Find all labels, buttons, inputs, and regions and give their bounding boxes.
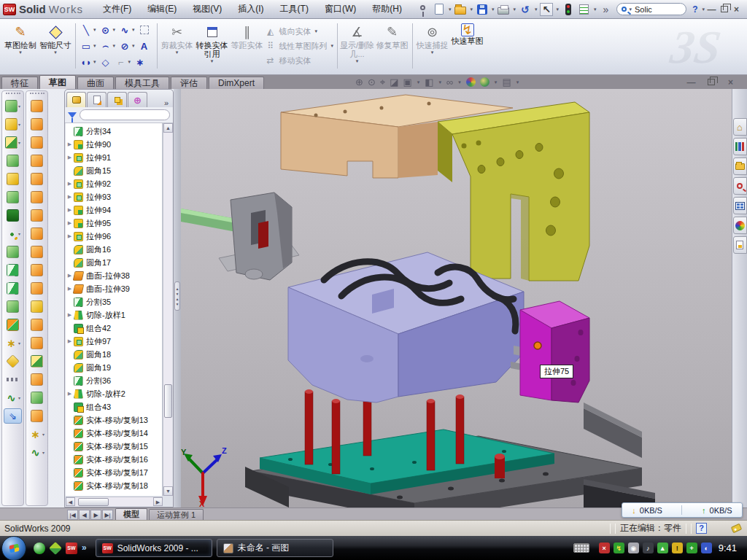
feature-tool-3[interactable] (2, 152, 23, 170)
scroll-right-button[interactable]: ▶ (153, 497, 163, 506)
options-button[interactable] (577, 2, 592, 17)
chevron-down-icon[interactable]: ▾ (18, 140, 20, 145)
expander-icon[interactable]: ▶ (66, 391, 74, 397)
feature-tool-10[interactable] (2, 279, 23, 298)
chevron-down-icon[interactable]: ▾ (132, 43, 135, 49)
point-button[interactable]: ∗ (133, 55, 147, 69)
spline-button[interactable]: ∿▾ (118, 23, 136, 36)
open-button[interactable] (453, 2, 468, 17)
scroll-up-button[interactable]: ▲ (163, 123, 173, 133)
doc-close-button[interactable]: × (724, 77, 737, 88)
chevron-down-icon[interactable]: ▾ (535, 7, 538, 12)
ime-keyboard-icon[interactable] (573, 543, 589, 553)
menu-item-5[interactable]: 窗口(W) (317, 1, 364, 18)
design-library-tab[interactable] (733, 138, 747, 155)
assembly-3d-model[interactable]: Y Z X (181, 89, 732, 508)
surface-tool-14[interactable] (26, 352, 47, 370)
filter-input[interactable] (80, 109, 170, 120)
expander-icon[interactable]: ▶ (66, 338, 74, 344)
chevron-down-icon[interactable]: ▾ (132, 27, 135, 33)
menu-item-4[interactable]: 工具(T) (272, 1, 317, 18)
security-alert-icon[interactable]: × (599, 542, 610, 553)
feature-tool-0[interactable]: ▾ (2, 97, 23, 115)
surface-tool-16[interactable] (26, 389, 47, 407)
panel-splitter[interactable]: ▲▼▲▼ (174, 89, 181, 508)
feature-tool-14[interactable] (2, 352, 23, 370)
start-button[interactable] (1, 536, 26, 560)
chevron-down-icon[interactable]: ▾ (516, 79, 519, 85)
chevron-down-icon[interactable]: ▾ (93, 43, 96, 49)
surface-tool-1[interactable] (26, 115, 47, 133)
undo-button[interactable]: ↺ (518, 2, 533, 17)
surface-tool-9[interactable] (26, 261, 47, 279)
toolbar-grip[interactable] (30, 93, 44, 96)
tree-item[interactable]: ▶拉伸90 (66, 138, 162, 151)
tree-horizontal-scrollbar[interactable]: ◀ ▶ (66, 497, 163, 506)
feature-tool-8[interactable] (2, 243, 23, 261)
surface-tool-11[interactable] (26, 298, 47, 316)
zoom-fit-icon[interactable]: ⊕ (355, 77, 363, 88)
home-tab[interactable]: ⌂ (733, 118, 747, 136)
appearances-tab[interactable] (733, 217, 747, 234)
tree-item[interactable]: 分割35 (66, 295, 162, 308)
close-button[interactable]: × (730, 4, 743, 15)
ellipse-button[interactable]: ⊘▾ (118, 39, 136, 52)
surface-tool-5[interactable] (26, 188, 47, 206)
chevron-down-icon[interactable]: ▾ (513, 7, 516, 12)
feature-tool-11[interactable] (2, 298, 23, 316)
feature-manager-tab[interactable] (66, 92, 86, 107)
chevron-down-icon[interactable]: ▾ (492, 7, 495, 12)
surface-tool-0[interactable] (26, 97, 47, 115)
tree-item[interactable]: 实体-移动/复制14 (66, 427, 162, 440)
sketch-fillet-button[interactable]: ⌐▾ (115, 55, 132, 69)
tree-item[interactable]: ▶拉伸95 (66, 217, 162, 230)
tree-item[interactable]: 组合43 (66, 400, 162, 413)
feature-tool-9[interactable] (2, 261, 23, 279)
feature-tool-12[interactable] (2, 316, 23, 334)
arc-button[interactable]: ⌢▾ (99, 39, 117, 52)
surface-tool-2[interactable] (26, 133, 47, 152)
tree-item[interactable]: ▶拉伸94 (66, 203, 162, 217)
expander-icon[interactable]: ▶ (66, 141, 74, 147)
tab-model[interactable]: 模型 (115, 508, 147, 520)
network-warning-icon[interactable]: ! (672, 542, 683, 553)
chevron-down-icon[interactable]: ▾ (42, 450, 44, 455)
tree-item[interactable]: 圆角19 (66, 361, 162, 374)
linear-pattern-button[interactable]: ⠿ 线性草图阵列 ▾ (265, 39, 335, 53)
certificate-icon[interactable]: ◉ (628, 542, 639, 553)
restore-button[interactable] (718, 4, 730, 15)
surface-tool-3[interactable] (26, 152, 47, 170)
chevron-down-icon[interactable]: ▾ (113, 43, 116, 49)
doc-minimize-button[interactable]: — (685, 77, 697, 88)
scroll-left-button[interactable]: ◀ (66, 497, 75, 506)
search-value[interactable]: Solic (635, 5, 652, 14)
upload-icon[interactable]: ▲ (657, 542, 668, 553)
tree-item[interactable]: ▶拉伸93 (66, 190, 162, 203)
filter-icon[interactable] (68, 112, 77, 118)
custom-properties-tab[interactable] (733, 236, 747, 254)
new-document-button[interactable] (432, 2, 446, 17)
surface-tool-8[interactable] (26, 243, 47, 261)
offset-entities-button[interactable]: ∥ 等距实体 (230, 20, 265, 71)
first-tab-button[interactable]: |◀ (67, 510, 78, 520)
more-tabs-chevron[interactable]: » (161, 98, 171, 107)
chevron-down-icon[interactable]: ▾ (19, 50, 22, 55)
tree-item[interactable]: ▶拉伸96 (66, 230, 162, 243)
view-palette-tab[interactable] (733, 197, 747, 214)
surface-tool-15[interactable] (26, 370, 47, 389)
sketch-text-button[interactable]: A (138, 39, 151, 52)
chevron-down-icon[interactable]: ▾ (18, 122, 20, 127)
surface-tool-12[interactable] (26, 316, 47, 334)
move-entities-button[interactable]: ⇄ 移动实体 (265, 54, 335, 68)
tree-item[interactable]: 圆角16 (66, 243, 162, 256)
tree-item[interactable]: 实体-移动/复制15 (66, 440, 162, 453)
menu-item-3[interactable]: 插入(I) (230, 1, 271, 18)
ribbon-tab-0[interactable]: 特征 (1, 77, 38, 89)
save-button[interactable] (475, 2, 489, 17)
surface-tool-19[interactable]: ∿▾ (26, 443, 47, 462)
expander-icon[interactable]: ▶ (66, 194, 74, 200)
tag-icon[interactable] (731, 524, 743, 534)
surface-tool-17[interactable] (26, 407, 47, 425)
ribbon-tab-1[interactable]: 草图 (39, 75, 76, 89)
apply-scene-icon[interactable] (480, 77, 489, 87)
